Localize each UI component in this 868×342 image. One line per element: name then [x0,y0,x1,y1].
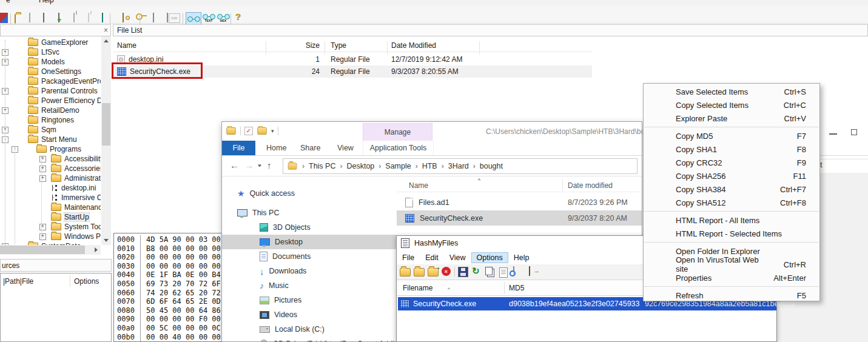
refresh-icon[interactable]: ↻ [472,266,480,277]
scroll-down-arrow[interactable] [101,236,111,245]
manage-contextual-tab[interactable]: Manage [363,123,432,141]
menu-item-copy-sha384[interactable]: Copy SHA384Ctrl+F7 [644,183,819,196]
tree-item[interactable]: +RetailDemo [0,106,101,115]
menu-item-explorer-paste[interactable]: Explorer PasteCtrl+V [644,112,819,125]
new-document-icon[interactable] [153,13,154,22]
add-evidence-item-icon[interactable]: + [58,13,59,22]
menu-item-copy-md5[interactable]: Copy MD5F7 [644,129,819,142]
column-name[interactable]: Name [409,181,428,190]
tree-vertical-scrollbar[interactable] [101,36,111,245]
crumb-sample[interactable]: Sample [385,162,411,170]
sidebar-item-desktop-selected[interactable]: Desktop [222,235,396,249]
sidebar-item-videos[interactable]: Videos [222,307,396,322]
menu-item-html-report-all[interactable]: HTML Report - All Items [644,213,819,227]
menu-item-copy-sha512[interactable]: Copy SHA512Ctrl+F8 [644,196,819,209]
menu-item-html-report-selected[interactable]: HTML Report - Selected Items [644,227,819,240]
copy-icon[interactable] [485,267,493,275]
tree-item[interactable]: +Sqm [0,125,101,135]
evidence-tree-header[interactable]: × [0,24,111,36]
menu-view[interactable]: View [444,252,471,263]
capture-memory-icon[interactable] [102,13,103,22]
help-icon[interactable]: ? [235,12,241,22]
menu-help[interactable]: Help [39,0,54,4]
tree-item[interactable]: -Start Menu [0,135,101,144]
tab-file[interactable]: File [222,141,255,155]
crumb-bought[interactable]: bought [480,162,503,170]
address-bar[interactable]: › This PC › Desktop › Sample › HTB › 3Ha… [283,158,638,174]
tab-share[interactable]: Share [300,141,320,155]
menu-item-copy-selected[interactable]: Copy Selected ItemsCtrl+C [644,98,819,112]
menu-options-active[interactable]: Options [471,252,508,263]
explorer-file-row-files-ad1[interactable]: Files.ad1 8/7/2023 9:26 PM [397,195,642,210]
find-icon[interactable] [513,266,514,276]
tree-horizontal-scrollbar[interactable] [0,245,101,255]
sources-path-column[interactable]: |Path|File [3,277,33,286]
sidebar-item-cd-drive[interactable]: CD Drive (D:) VirtualBox Guest Additi [222,337,396,341]
properties-icon[interactable] [499,267,508,278]
scroll-right-arrow[interactable] [91,245,101,255]
column-date-modified[interactable]: Date Modified [391,41,436,50]
scroll-thumb[interactable] [0,246,85,254]
forward-icon[interactable]: → [244,160,254,170]
exit-icon[interactable] [529,266,530,276]
tab-view[interactable]: View [337,141,354,155]
stop-icon[interactable]: × [442,267,451,276]
add-folder-icon[interactable] [414,268,425,277]
close-panel-icon[interactable]: × [104,27,108,34]
sidebar-item-local-disk-c[interactable]: Local Disk (C:) [222,322,396,337]
tree-item[interactable]: GameExplorer [0,38,101,47]
menu-item-copy-sha1[interactable]: Copy SHA1F8 [644,142,819,156]
tree-item[interactable]: OneSettings [0,67,101,76]
column-size[interactable]: Size [271,41,320,50]
sources-options-column[interactable]: Options [74,277,99,286]
folder-icon[interactable] [257,127,266,135]
expand-toggle[interactable]: + [39,233,46,240]
menu-fragment[interactable]: e [6,0,10,4]
open-image-icon[interactable] [15,14,16,24]
evidence-fragment-icon[interactable] [0,13,8,23]
sidebar-item-downloads[interactable]: ↓Downloads [222,264,396,278]
background-window-titlebar[interactable]: t [818,121,868,173]
tab-application-tools[interactable]: Application Tools [363,141,434,155]
crumb-desktop[interactable]: Desktop [346,162,374,170]
sidebar-item-pictures[interactable]: Pictures [222,293,396,307]
expand-toggle[interactable]: + [39,156,46,163]
column-date-modified[interactable]: Date modified [568,181,613,190]
column-type[interactable]: Type [331,41,346,50]
tab-home[interactable]: Home [266,141,286,155]
checkmark-icon[interactable]: ✓ [244,127,253,135]
auto-view-icon[interactable] [186,12,201,25]
recent-locations-icon[interactable] [258,165,261,167]
sidebar-item-quick-access[interactable]: ★Quick access [222,186,396,201]
column-name[interactable]: Name [117,41,136,50]
tree-item[interactable]: +LfSvc [0,47,101,57]
tree-item[interactable]: PackagedEventProvid [0,76,101,86]
expand-toggle[interactable]: + [39,224,46,230]
crumb-3hard[interactable]: 3Hard [448,162,469,170]
menu-edit[interactable]: Edit [420,252,444,263]
text-view-icon[interactable]: TEXT [201,12,216,24]
up-icon[interactable]: ↑ [267,160,272,170]
menu-item-save-selected[interactable]: Save Selected ItemsCtrl+S [644,85,819,98]
open-files-icon[interactable] [400,268,411,277]
expand-toggle[interactable]: + [39,175,46,182]
add-wildcard-icon[interactable]: * [428,268,439,277]
qat-dropdown-icon[interactable]: ▾ [271,128,274,134]
sidebar-item-3d-objects[interactable]: 3D Objects [222,220,396,235]
directory-listing-icon-disabled[interactable]: DIR [169,13,180,23]
save-icon-disabled[interactable] [29,13,30,22]
explorer-titlebar[interactable]: ✓ ▾ C:\Users\chicken\Desktop\Sample\HTB\… [222,122,642,141]
document-list-icon[interactable] [167,13,168,22]
column-filename[interactable]: Filename [403,284,432,292]
file-list-header[interactable]: File List [113,24,868,36]
tree-item[interactable]: Ringtones [0,115,101,125]
print-icon-disabled[interactable] [73,13,75,22]
maximize-icon[interactable] [851,129,857,135]
menu-file[interactable]: File [397,252,420,263]
menu-item-copy-crc32[interactable]: Copy CRC32F9 [644,156,819,169]
crumb-htb[interactable]: HTB [422,162,437,170]
expand-toggle[interactable]: + [39,166,46,172]
crumb-this-pc[interactable]: This PC [309,162,335,170]
explorer-file-row-securitycheck-selected[interactable]: SecurityCheck.exe 9/3/2037 8:20 AM [397,210,642,226]
hex-view-icon[interactable]: HEX [216,12,230,24]
